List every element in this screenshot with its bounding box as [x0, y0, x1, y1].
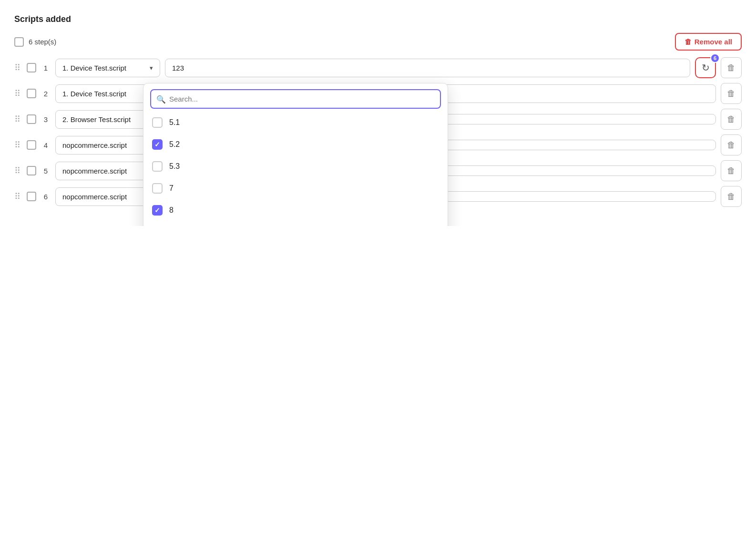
- item-label: 5.1: [169, 118, 180, 127]
- script-rows-container: ⠿ 1 1. Device Test.script ▾ ↻ 6 🗑 🔍 5.15…: [14, 57, 742, 207]
- script-name-label: nopcommerce.script: [62, 193, 127, 201]
- row-number: 6: [41, 193, 51, 201]
- drag-handle-icon[interactable]: ⠿: [14, 114, 22, 124]
- dropdown-item[interactable]: 7: [143, 177, 448, 199]
- row-checkbox[interactable]: [27, 166, 36, 175]
- delete-button[interactable]: 🗑: [721, 109, 742, 130]
- item-label: 8: [169, 206, 174, 215]
- page-title: Scripts added: [14, 14, 742, 24]
- row-checkbox[interactable]: [27, 89, 36, 98]
- search-icon: 🔍: [156, 95, 166, 104]
- item-checkbox[interactable]: [152, 139, 163, 150]
- steps-label: 6 step(s): [29, 38, 675, 46]
- header-row: 6 step(s) 🗑 Remove all: [14, 33, 742, 51]
- drag-handle-icon[interactable]: ⠿: [14, 62, 22, 73]
- script-dropdown[interactable]: 1. Device Test.script ▾: [55, 59, 160, 77]
- row-number: 1: [41, 64, 51, 72]
- item-label: 7: [169, 184, 174, 193]
- trash-icon: 🗑: [727, 140, 736, 150]
- dropdown-search-input[interactable]: [150, 89, 441, 109]
- delete-button[interactable]: 🗑: [721, 57, 742, 78]
- delete-button[interactable]: 🗑: [721, 134, 742, 155]
- requirements-dropdown: 🔍 5.15.25.3788.18.28.38.48.5 6/20 added …: [143, 83, 448, 226]
- item-checkbox[interactable]: [152, 205, 163, 216]
- trash-icon: 🗑: [727, 114, 736, 124]
- row-number: 5: [41, 167, 51, 175]
- delete-button[interactable]: 🗑: [721, 186, 742, 207]
- trash-icon: 🗑: [727, 166, 736, 176]
- script-name-label: 1. Device Test.script: [62, 90, 126, 98]
- item-checkbox[interactable]: [152, 161, 163, 172]
- row-number: 3: [41, 115, 51, 124]
- dropdown-item[interactable]: 8.1: [143, 221, 448, 226]
- script-name-label: 2. Browser Test.script: [62, 115, 131, 124]
- delete-button[interactable]: 🗑: [721, 83, 742, 104]
- search-wrapper: 🔍: [143, 83, 448, 112]
- drag-handle-icon[interactable]: ⠿: [14, 88, 22, 99]
- trash-icon: 🗑: [727, 63, 736, 73]
- drag-handle-icon[interactable]: ⠿: [14, 165, 22, 176]
- dropdown-item[interactable]: 5.3: [143, 155, 448, 177]
- row-number: 2: [41, 90, 51, 98]
- item-label: 5.2: [169, 140, 180, 149]
- trash-icon: 🗑: [727, 192, 736, 202]
- select-all-checkbox[interactable]: [14, 37, 24, 47]
- chevron-down-icon: ▾: [150, 64, 153, 72]
- trash-icon: 🗑: [727, 89, 736, 99]
- script-row: ⠿ 1 1. Device Test.script ▾ ↻ 6 🗑 🔍 5.15…: [14, 57, 742, 78]
- refresh-btn-wrapper: ↻ 6: [695, 57, 716, 78]
- item-checkbox[interactable]: [152, 183, 163, 194]
- row-checkbox[interactable]: [27, 114, 36, 124]
- drag-handle-icon[interactable]: ⠿: [14, 191, 22, 202]
- drag-handle-icon[interactable]: ⠿: [14, 140, 22, 150]
- refresh-badge: 6: [710, 53, 720, 63]
- dropdown-item[interactable]: 5.2: [143, 134, 448, 155]
- value-input[interactable]: [165, 59, 690, 77]
- delete-button[interactable]: 🗑: [721, 160, 742, 181]
- row-checkbox[interactable]: [27, 63, 36, 72]
- trash-icon: 🗑: [684, 38, 692, 46]
- script-name-label: nopcommerce.script: [62, 167, 127, 175]
- dropdown-item[interactable]: 8: [143, 199, 448, 221]
- script-name-label: 1. Device Test.script: [62, 64, 126, 72]
- row-checkbox[interactable]: [27, 192, 36, 201]
- script-name-label: nopcommerce.script: [62, 141, 127, 149]
- remove-all-button[interactable]: 🗑 Remove all: [675, 33, 742, 51]
- dropdown-list: 5.15.25.3788.18.28.38.48.5: [143, 112, 448, 226]
- dropdown-item[interactable]: 5.1: [143, 112, 448, 134]
- item-label: 5.3: [169, 162, 180, 171]
- row-number: 4: [41, 141, 51, 149]
- row-checkbox[interactable]: [27, 140, 36, 150]
- refresh-icon: ↻: [702, 62, 710, 73]
- item-checkbox[interactable]: [152, 117, 163, 128]
